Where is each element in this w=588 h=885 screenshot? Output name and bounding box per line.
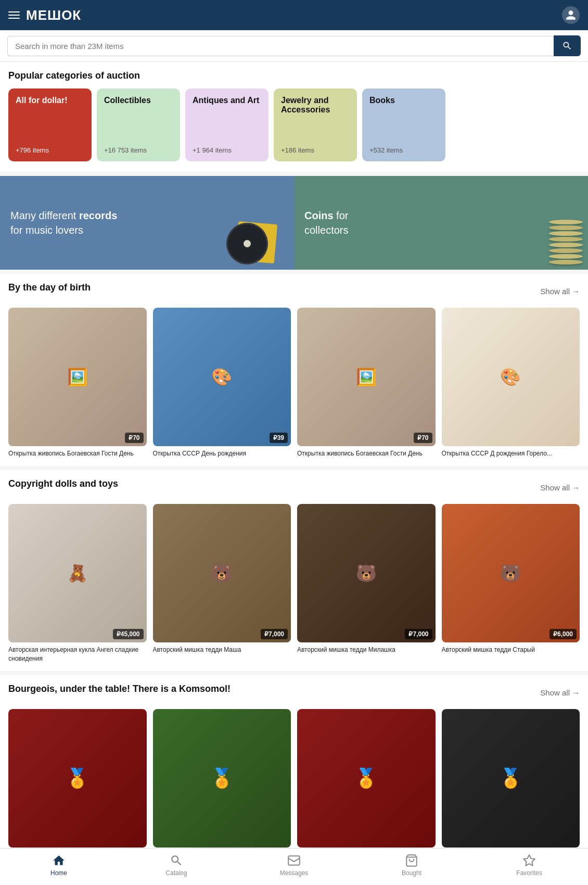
komsomol-product-0[interactable]: 🏅 Значок ВЛКСМ <box>8 709 147 859</box>
categories-section: Popular categories of auction All for do… <box>0 62 588 172</box>
komsomol-title: Bourgeois, under the table! There is a K… <box>8 684 231 694</box>
banner-coins-text: Coins forcollectors <box>304 208 348 237</box>
birth-product-1[interactable]: 🎨 ₽39 Открытка СССР День рождения <box>153 308 291 458</box>
nav-catalog-label: Catalog <box>165 869 187 877</box>
records-decoration <box>226 212 289 264</box>
category-card-4[interactable]: Books +532 items <box>362 88 445 161</box>
banner-records[interactable]: Many different recordsfor music lovers <box>0 176 294 270</box>
category-card-0[interactable]: All for dollar! +796 items <box>8 88 92 161</box>
dolls-price-1: ₽7,000 <box>261 629 288 639</box>
birth-products-grid: 🖼️ ₽70 Открытка живопись Богаевская Гост… <box>8 308 580 458</box>
banner-records-text: Many different recordsfor music lovers <box>10 208 117 237</box>
category-card-1[interactable]: Collectibles +16 753 items <box>97 88 180 161</box>
dolls-section: Copyright dolls and toys Show all 🧸 ₽45,… <box>0 470 588 671</box>
nav-messages[interactable]: Messages <box>235 854 353 877</box>
category-name-1: Collectibles <box>104 96 173 105</box>
dolls-title-0: Авторская интерьерная кукла Ангел сладки… <box>8 646 147 663</box>
dolls-title-1: Авторский мишка тедди Маша <box>153 646 291 654</box>
komsomol-product-2[interactable]: 🏅 Значок ВЛКСМ юбилей <box>297 709 436 859</box>
banner-coins[interactable]: Coins forcollectors <box>294 176 588 270</box>
category-name-0: All for dollar! <box>16 96 84 105</box>
birth-title-2: Открытка живопись Богаевская Гости День <box>297 449 436 458</box>
category-name-2: Antiques and Art <box>193 96 261 105</box>
nav-home[interactable]: Home <box>0 854 118 877</box>
category-card-2[interactable]: Antiques and Art +1 964 items <box>185 88 269 161</box>
dolls-price-3: ₽6,000 <box>549 629 577 639</box>
komsomol-header: Bourgeois, under the table! There is a K… <box>8 684 580 702</box>
category-count-1: +16 753 items <box>104 146 173 154</box>
bottom-nav: Home Catalog Messages Bought Favorites <box>0 848 588 885</box>
coins-decoration <box>549 220 583 264</box>
birth-title-3: Открытка СССР Д рождения Горело... <box>442 449 580 458</box>
header-left: МЕШОК <box>8 7 81 23</box>
dolls-title-2: Авторский мишка тедди Милашка <box>297 646 436 654</box>
nav-home-label: Home <box>50 869 67 877</box>
category-name-4: Books <box>369 96 438 105</box>
logo[interactable]: МЕШОК <box>26 7 81 23</box>
birth-title-1: Открытка СССР День рождения <box>153 449 291 458</box>
birth-price-0: ₽70 <box>125 433 143 443</box>
dolls-title: Copyright dolls and toys <box>8 478 118 489</box>
hamburger-menu[interactable] <box>8 11 20 19</box>
nav-catalog[interactable]: Catalog <box>118 854 235 877</box>
komsomol-product-1[interactable]: 🏅 Значки ВЛКСМ набор <box>153 709 291 859</box>
birth-header: By the day of birth Show all <box>8 282 580 300</box>
search-button[interactable] <box>554 35 581 56</box>
komsomol-show-all[interactable]: Show all <box>540 688 580 697</box>
birth-price-1: ₽39 <box>270 433 288 443</box>
nav-messages-label: Messages <box>280 869 309 877</box>
nav-bought[interactable]: Bought <box>353 854 470 877</box>
dolls-price-2: ₽7,000 <box>405 629 432 639</box>
dolls-header: Copyright dolls and toys Show all <box>8 478 580 497</box>
komsomol-product-3[interactable]: 🏅 Значки ВЛКСМ коллекция <box>442 709 580 859</box>
category-count-2: +1 964 items <box>193 146 261 154</box>
dolls-show-all[interactable]: Show all <box>540 483 580 492</box>
birth-price-2: ₽70 <box>414 433 432 443</box>
svg-rect-0 <box>288 856 300 865</box>
komsomol-products-grid: 🏅 Значок ВЛКСМ 🏅 Значки ВЛКСМ набор 🏅 Зн… <box>8 709 580 859</box>
search-input[interactable] <box>7 36 554 56</box>
dolls-title-3: Авторский мишка тедди Старый <box>442 646 580 654</box>
birth-product-0[interactable]: 🖼️ ₽70 Открытка живопись Богаевская Гост… <box>8 308 147 458</box>
birth-title: By the day of birth <box>8 282 91 293</box>
dolls-product-3[interactable]: 🐻 ₽6,000 Авторский мишка тедди Старый <box>442 504 580 663</box>
category-count-0: +796 items <box>16 146 84 154</box>
birth-product-3[interactable]: 🎨 Открытка СССР Д рождения Горело... <box>442 308 580 458</box>
avatar-button[interactable] <box>562 6 580 24</box>
nav-favorites-label: Favorites <box>516 869 542 877</box>
birth-section: By the day of birth Show all 🖼️ ₽70 Откр… <box>0 274 588 466</box>
category-card-3[interactable]: Jewelry and Accessories +186 items <box>274 88 357 161</box>
dolls-product-2[interactable]: 🐻 ₽7,000 Авторский мишка тедди Милашка <box>297 504 436 663</box>
dolls-price-0: ₽45,000 <box>113 629 144 639</box>
nav-favorites[interactable]: Favorites <box>470 854 588 877</box>
birth-show-all[interactable]: Show all <box>540 287 580 296</box>
header: МЕШОК <box>0 0 588 30</box>
birth-product-2[interactable]: 🖼️ ₽70 Открытка живопись Богаевская Гост… <box>297 308 436 458</box>
category-count-3: +186 items <box>281 146 350 154</box>
search-bar <box>0 30 588 62</box>
categories-scroll: All for dollar! +796 items Collectibles … <box>8 88 580 163</box>
birth-title-0: Открытка живопись Богаевская Гости День <box>8 449 147 458</box>
banners: Many different recordsfor music lovers C… <box>0 176 588 270</box>
dolls-products-grid: 🧸 ₽45,000 Авторская интерьерная кукла Ан… <box>8 504 580 663</box>
category-name-3: Jewelry and Accessories <box>281 96 350 115</box>
komsomol-section: Bourgeois, under the table! There is a K… <box>0 675 588 867</box>
dolls-product-0[interactable]: 🧸 ₽45,000 Авторская интерьерная кукла Ан… <box>8 504 147 663</box>
category-count-4: +532 items <box>369 146 438 154</box>
dolls-product-1[interactable]: 🐻 ₽7,000 Авторский мишка тедди Маша <box>153 504 291 663</box>
categories-title: Popular categories of auction <box>8 70 580 81</box>
nav-bought-label: Bought <box>402 869 421 877</box>
